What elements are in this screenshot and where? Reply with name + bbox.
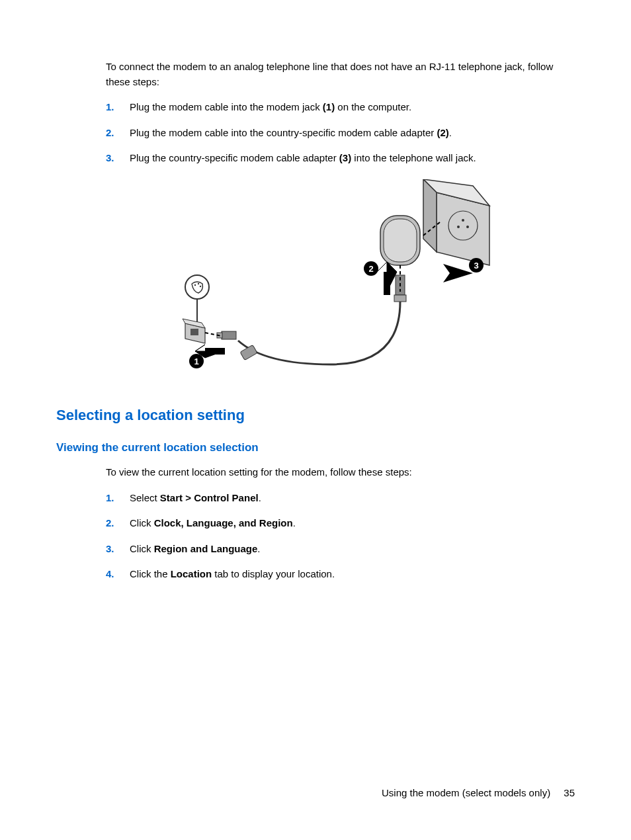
svg-text:1: 1 — [194, 357, 198, 366]
list-item: 1.Plug the modem cable into the modem ja… — [106, 100, 575, 115]
svg-point-5 — [457, 226, 460, 228]
footer-section-title: Using the modem (select models only) — [382, 787, 550, 798]
page-number: 35 — [564, 787, 575, 798]
svg-point-22 — [194, 284, 196, 285]
svg-marker-9 — [443, 264, 473, 282]
list-item: 1.Select Start > Control Panel. — [106, 491, 575, 506]
list-item: 3.Click Region and Language. — [106, 542, 575, 557]
svg-point-6 — [466, 226, 469, 228]
list-text: Select Start > Control Panel. — [130, 491, 575, 506]
heading-viewing-location: Viewing the current location selection — [56, 439, 575, 456]
list-text: Plug the modem cable into the country-sp… — [130, 126, 575, 141]
list-number: 1. — [106, 100, 130, 115]
list-number: 2. — [106, 516, 130, 531]
list-number: 3. — [106, 542, 130, 557]
steps-list-2: 1.Select Start > Control Panel.2.Click C… — [106, 491, 575, 582]
list-text: Plug the country-specific modem cable ad… — [130, 151, 575, 166]
svg-rect-8 — [384, 219, 417, 262]
list-number: 3. — [106, 151, 130, 166]
svg-rect-29 — [222, 331, 236, 339]
list-item: 2.Plug the modem cable into the country-… — [106, 126, 575, 141]
heading-selecting-location: Selecting a location setting — [56, 404, 575, 426]
svg-rect-14 — [394, 295, 406, 302]
svg-rect-28 — [190, 329, 198, 335]
svg-text:2: 2 — [368, 264, 373, 274]
list-number: 1. — [106, 491, 130, 506]
list-text: Click Region and Language. — [130, 542, 575, 557]
list-number: 4. — [106, 567, 130, 582]
intro-paragraph: To connect the modem to an analog teleph… — [106, 60, 575, 89]
svg-text:3: 3 — [474, 261, 478, 271]
list-item: 2.Click Clock, Language, and Region. — [106, 516, 575, 531]
svg-point-23 — [198, 282, 199, 284]
steps-list-1: 1.Plug the modem cable into the modem ja… — [106, 100, 575, 166]
list-text: Click Clock, Language, and Region. — [130, 516, 575, 531]
list-text: Click the Location tab to display your l… — [130, 567, 575, 582]
svg-rect-20 — [240, 345, 257, 360]
modem-connection-diagram: 3 2 — [159, 179, 503, 384]
svg-marker-2 — [423, 179, 437, 252]
list-text: Plug the modem cable into the modem jack… — [130, 100, 575, 115]
page-footer: Using the modem (select models only) 35 — [382, 786, 575, 801]
list-item: 3.Plug the country-specific modem cable … — [106, 151, 575, 166]
svg-rect-16 — [384, 272, 390, 295]
svg-point-4 — [462, 219, 464, 222]
list-item: 4.Click the Location tab to display your… — [106, 567, 575, 582]
svg-point-24 — [200, 285, 201, 286]
section-intro-paragraph: To view the current location setting for… — [106, 465, 575, 480]
svg-point-21 — [185, 275, 209, 299]
svg-rect-32 — [205, 348, 225, 355]
list-number: 2. — [106, 126, 130, 141]
